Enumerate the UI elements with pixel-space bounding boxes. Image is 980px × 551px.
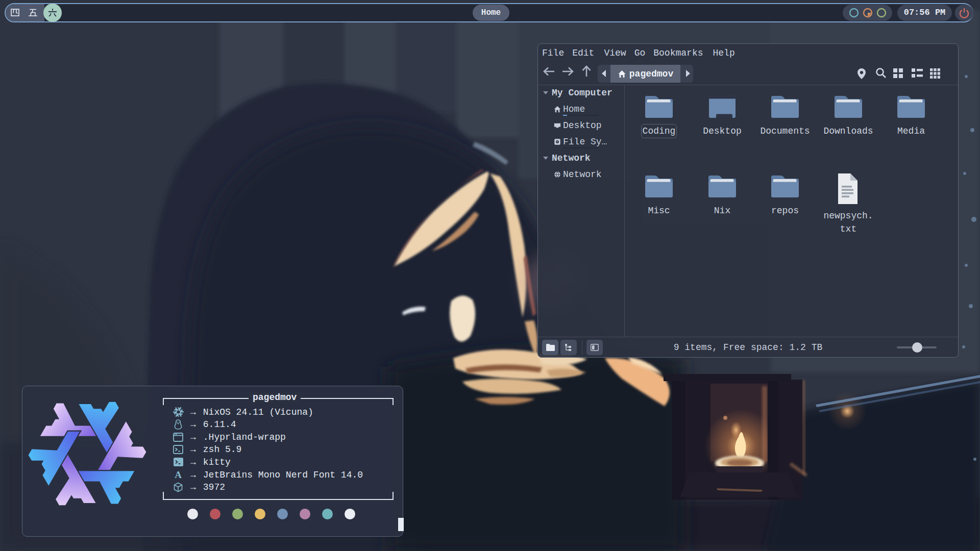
svg-text:A: A [175, 470, 182, 480]
